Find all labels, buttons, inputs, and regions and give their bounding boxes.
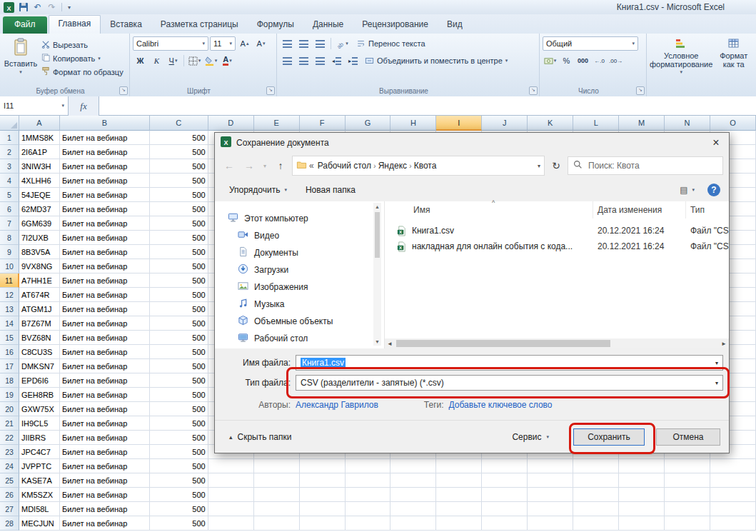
- shrink-font-button[interactable]: А▾: [253, 36, 268, 51]
- cell-O25[interactable]: [710, 473, 756, 488]
- cell-M26[interactable]: [619, 488, 665, 502]
- cell-E25[interactable]: [254, 473, 300, 488]
- row-header-16[interactable]: 16: [0, 345, 19, 359]
- sidebar-item[interactable]: Объемные объекты: [215, 313, 373, 330]
- orientation-icon[interactable]: ab▾: [334, 36, 349, 51]
- cell-A20[interactable]: GXW75X: [19, 402, 60, 416]
- cell-A15[interactable]: BVZ68N: [19, 331, 60, 345]
- cell-B13[interactable]: Билет на вебинар: [60, 302, 150, 316]
- cell-A6[interactable]: 62MD37: [19, 202, 60, 216]
- clipboard-dialog-launcher[interactable]: ↘: [119, 86, 128, 95]
- row-header-24[interactable]: 24: [0, 459, 19, 473]
- cell-C18[interactable]: 500: [150, 373, 208, 388]
- cell-E27[interactable]: [254, 502, 300, 516]
- breadcrumb-item[interactable]: Яндекс: [376, 161, 409, 171]
- back-icon[interactable]: ←: [221, 157, 238, 174]
- cell-I27[interactable]: [436, 502, 482, 516]
- cell-B15[interactable]: Билет на вебинар: [60, 331, 150, 345]
- close-icon[interactable]: ×: [703, 133, 729, 153]
- cell-C19[interactable]: 500: [150, 388, 208, 402]
- cell-D24[interactable]: [208, 459, 254, 473]
- cell-B22[interactable]: Билет на вебинар: [60, 431, 150, 445]
- cell-A23[interactable]: JPC4C7: [19, 445, 60, 459]
- cell-C10[interactable]: 500: [150, 259, 208, 273]
- ribbon-tab[interactable]: Файл: [3, 16, 47, 34]
- cell-B19[interactable]: Билет на вебинар: [60, 388, 150, 402]
- cell-C4[interactable]: 500: [150, 174, 208, 188]
- new-folder-button[interactable]: Новая папка: [300, 182, 361, 198]
- cell-C13[interactable]: 500: [150, 302, 208, 316]
- cell-A4[interactable]: 4XLHH6: [19, 174, 60, 188]
- fill-color-button[interactable]: ▾: [203, 54, 218, 68]
- row-header-23[interactable]: 23: [0, 445, 19, 459]
- cell-A7[interactable]: 6GM639: [19, 216, 60, 231]
- sidebar-item[interactable]: Музыка: [215, 296, 373, 313]
- cell-L26[interactable]: [573, 488, 619, 502]
- format-painter-button[interactable]: Формат по образцу: [41, 66, 124, 77]
- column-header-L[interactable]: L: [573, 116, 619, 131]
- cell-G25[interactable]: [346, 473, 391, 488]
- row-header-18[interactable]: 18: [0, 373, 19, 388]
- scroll-up-icon[interactable]: ▲: [375, 203, 380, 211]
- cell-A8[interactable]: 7I2UXB: [19, 231, 60, 245]
- cell-C2[interactable]: 500: [150, 145, 208, 159]
- breadcrumb-overflow-icon[interactable]: «: [309, 161, 314, 171]
- cell-B24[interactable]: Билет на вебинар: [60, 459, 150, 473]
- cell-F25[interactable]: [300, 473, 346, 488]
- cell-H24[interactable]: [390, 459, 436, 473]
- row-header-21[interactable]: 21: [0, 416, 19, 431]
- cell-C17[interactable]: 500: [150, 359, 208, 373]
- cell-C12[interactable]: 500: [150, 288, 208, 302]
- cell-D25[interactable]: [208, 473, 254, 488]
- row-header-19[interactable]: 19: [0, 388, 19, 402]
- align-left-icon[interactable]: [280, 54, 295, 68]
- cell-C8[interactable]: 500: [150, 231, 208, 245]
- cell-F24[interactable]: [300, 459, 346, 473]
- cell-A18[interactable]: EPD6I6: [19, 373, 60, 388]
- cell-A14[interactable]: B7Z67M: [19, 316, 60, 331]
- breadcrumb-item[interactable]: Рабочий стол: [316, 161, 373, 171]
- scroll-left-icon[interactable]: ◄: [385, 341, 395, 347]
- tools-dropdown[interactable]: Сервис▾: [506, 429, 555, 445]
- cell-O26[interactable]: [710, 488, 756, 502]
- column-header-name[interactable]: Имя: [385, 201, 593, 219]
- chevron-down-icon[interactable]: ▾: [538, 163, 540, 169]
- alignment-dialog-launcher[interactable]: ↘: [529, 86, 538, 95]
- ribbon-tab[interactable]: Вид: [438, 16, 472, 34]
- row-header-10[interactable]: 10: [0, 259, 19, 273]
- cell-B17[interactable]: Билет на вебинар: [60, 359, 150, 373]
- row-header-8[interactable]: 8: [0, 231, 19, 245]
- cell-A10[interactable]: 9VX8NG: [19, 259, 60, 273]
- comma-style-button[interactable]: 000: [575, 54, 590, 68]
- cell-C15[interactable]: 500: [150, 331, 208, 345]
- cell-F28[interactable]: [300, 516, 346, 531]
- column-header-J[interactable]: J: [482, 116, 528, 131]
- row-header-5[interactable]: 5: [0, 188, 19, 202]
- row-header-22[interactable]: 22: [0, 431, 19, 445]
- cell-N27[interactable]: [665, 502, 710, 516]
- cell-I25[interactable]: [436, 473, 482, 488]
- increase-indent-icon[interactable]: ▸: [346, 54, 361, 68]
- cell-B5[interactable]: Билет на вебинар: [60, 188, 150, 202]
- cell-J26[interactable]: [482, 488, 528, 502]
- cell-C6[interactable]: 500: [150, 202, 208, 216]
- refresh-icon[interactable]: ↻: [548, 157, 565, 174]
- cell-A12[interactable]: AT674R: [19, 288, 60, 302]
- cell-L24[interactable]: [573, 459, 619, 473]
- sidebar-scrollbar[interactable]: ▲▼: [373, 203, 381, 346]
- cell-B9[interactable]: Билет на вебинар: [60, 245, 150, 259]
- percent-style-button[interactable]: %: [559, 54, 574, 68]
- cell-B12[interactable]: Билет на вебинар: [60, 288, 150, 302]
- column-header-H[interactable]: H: [390, 116, 436, 131]
- cell-G27[interactable]: [346, 502, 391, 516]
- cell-I28[interactable]: [436, 516, 482, 531]
- cell-L28[interactable]: [573, 516, 619, 531]
- borders-button[interactable]: ▾: [187, 54, 202, 68]
- column-header-O[interactable]: O: [710, 116, 756, 131]
- cell-A19[interactable]: GEH8RB: [19, 388, 60, 402]
- row-header-12[interactable]: 12: [0, 288, 19, 302]
- number-format-select[interactable]: Общий▾: [543, 36, 638, 51]
- cell-B11[interactable]: Билет на вебинар: [60, 273, 150, 288]
- cell-E28[interactable]: [254, 516, 300, 531]
- cell-A21[interactable]: IH9CL5: [19, 416, 60, 431]
